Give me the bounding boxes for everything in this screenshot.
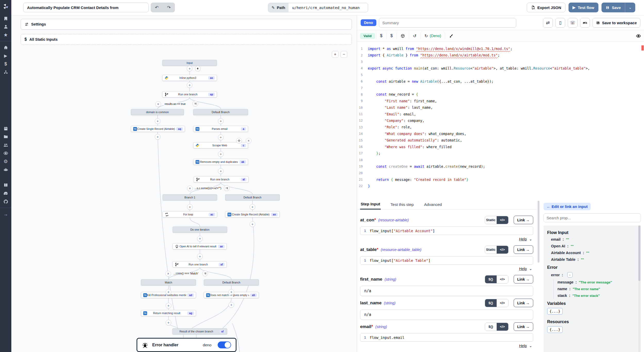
add-step-button[interactable]: + (250, 204, 255, 210)
building-icon[interactable] (0, 14, 11, 22)
code-mode-button[interactable]: </> (497, 323, 508, 331)
export-json-button[interactable]: Export JSON (527, 3, 565, 12)
add-step-button[interactable]: + (187, 66, 192, 71)
collapse-button[interactable]: - (567, 272, 573, 278)
add-step-button[interactable]: + (155, 134, 160, 140)
robot-icon[interactable] (0, 166, 11, 173)
swap-branches-icon[interactable] (224, 185, 230, 191)
preview-toggle-button[interactable] (636, 33, 641, 38)
static-mode-button[interactable]: Static (485, 216, 497, 224)
error-handler-toggle[interactable] (218, 341, 231, 348)
users-icon[interactable] (0, 141, 11, 149)
help-link[interactable]: Help (519, 344, 527, 348)
user-icon[interactable] (0, 23, 11, 30)
module-node[interactable]: TSCreate Single Record (Airtable)an (225, 211, 280, 217)
template-mode-button[interactable]: ${} (485, 275, 497, 283)
code-mode-button[interactable]: </> (497, 246, 508, 254)
move-node-icon[interactable] (236, 138, 242, 144)
play-icon[interactable]: ▶ (0, 52, 11, 60)
branch-header-node[interactable]: Result of the chosen branchaf (172, 328, 227, 334)
eye-icon[interactable] (0, 149, 11, 157)
flow-settings-button[interactable]: Settings (21, 19, 352, 30)
step-scrollbar[interactable] (537, 199, 540, 352)
link-button[interactable]: Link → (514, 275, 533, 283)
prop-item[interactable]: name:"The error name" (554, 286, 637, 292)
windmill-logo-icon[interactable] (0, 2, 11, 11)
code-mode-button[interactable]: </> (497, 275, 508, 283)
add-step-button[interactable]: + (250, 221, 255, 227)
code-mode-button[interactable]: </> (497, 299, 508, 307)
module-node[interactable]: TSRemoves empty and duplicatesak (193, 159, 248, 165)
test-flow-button[interactable]: ▶ Test flow (569, 3, 598, 12)
branch-header-node[interactable]: Do one iteration (173, 227, 227, 233)
variables-object-button[interactable]: {...} (547, 308, 563, 315)
save-button[interactable]: Save (601, 3, 625, 12)
mobile-view-button[interactable]: ▯ (555, 18, 565, 28)
tab-advanced[interactable]: Advanced (423, 202, 442, 209)
link-button[interactable]: Link → (514, 322, 533, 331)
prop-item[interactable]: stack:"The error stack" (554, 292, 637, 299)
lightning-icon[interactable] (195, 66, 201, 71)
add-step-button[interactable]: + (218, 168, 224, 174)
home-icon[interactable] (0, 44, 11, 51)
add-step-button[interactable]: + (228, 302, 234, 308)
package-button[interactable] (396, 32, 409, 39)
flow-title-input[interactable] (23, 3, 149, 12)
static-mode-button[interactable]: Static (485, 246, 497, 254)
webhook-button[interactable]: ☏ (568, 18, 578, 28)
sleep-button[interactable] (580, 18, 590, 28)
remove-condition-button[interactable]: × (187, 186, 193, 191)
all-static-inputs-button[interactable]: $ All Static Inputs (21, 34, 352, 45)
prop-item[interactable]: message:"The error message" (554, 279, 637, 286)
add-step-button[interactable]: + (197, 254, 203, 259)
calendar-icon[interactable] (0, 124, 11, 132)
value-input[interactable]: n/a (360, 286, 533, 296)
prop-item[interactable]: Open AI:"" (547, 243, 637, 249)
code-mode-button[interactable]: </> (497, 216, 508, 224)
edit-or-link-input-button[interactable]: ← Edit or link an input (544, 203, 591, 210)
discord-icon[interactable] (0, 189, 11, 197)
gear-icon[interactable]: ⚙ (0, 157, 11, 165)
expression-editor[interactable]: 1flow_input["Airtable Account"] (360, 227, 533, 235)
expression-editor[interactable]: 1flow_input.email (360, 333, 533, 342)
search-prop-input[interactable] (544, 213, 641, 222)
dollar-icon[interactable]: $ (0, 60, 11, 68)
module-node[interactable]: Run one branchaf (173, 261, 227, 267)
tab-step-input[interactable]: Step Input (360, 202, 381, 209)
zoom-in-button[interactable]: + (332, 51, 338, 58)
add-step-button[interactable]: + (228, 289, 234, 295)
link-button[interactable]: Link → (514, 245, 533, 254)
add-step-button[interactable]: + (166, 289, 171, 295)
reload-runtime-button[interactable]: ↻ (Deno) (420, 32, 445, 39)
error-root-item[interactable]: error : - (547, 271, 637, 279)
remove-condition-button[interactable]: × (165, 271, 171, 276)
resources-object-button[interactable]: {...} (547, 326, 563, 333)
branch-header-node[interactable]: Default Branch (193, 109, 248, 115)
star-icon[interactable]: ★ (0, 31, 11, 39)
format-button[interactable] (445, 32, 457, 39)
expression-editor[interactable]: 1flow_input["Airtable Table"] (360, 256, 533, 265)
code-editor[interactable]: 1import * as wmill from "https://deno.la… (357, 42, 644, 199)
add-step-button[interactable]: + (166, 320, 171, 325)
value-input[interactable]: n/a (360, 309, 533, 320)
link-button[interactable]: Link → (514, 216, 533, 224)
path-field[interactable]: ✎ Path u/henri/crm_automated_no_human (268, 3, 368, 12)
redo-icon[interactable]: ↷ (167, 5, 171, 10)
add-step-button[interactable]: + (187, 82, 192, 88)
save-dropdown-button[interactable]: ⌄ (625, 3, 635, 12)
module-node[interactable]: Run one branchap (162, 91, 217, 97)
help-link[interactable]: Help (519, 267, 527, 271)
prop-item[interactable]: Airtable Account:"" (547, 249, 637, 256)
add-step-button[interactable]: + (218, 151, 224, 157)
branch-header-node[interactable]: Default Branch (225, 194, 280, 200)
module-node[interactable]: Run one branchal (194, 176, 249, 182)
sync-button[interactable]: ⇄ (543, 18, 553, 28)
add-step-button[interactable]: + (187, 204, 193, 210)
add-step-button[interactable]: + (218, 135, 224, 140)
close-icon[interactable]: × (246, 138, 251, 144)
zoom-out-button[interactable]: − (341, 51, 347, 58)
error-handler-node[interactable]: Error handler deno (137, 338, 236, 352)
branch-header-node[interactable]: Branch 1 (163, 194, 217, 200)
prop-item[interactable]: email:"" (547, 236, 637, 243)
reset-button[interactable]: ↺ (409, 32, 420, 39)
